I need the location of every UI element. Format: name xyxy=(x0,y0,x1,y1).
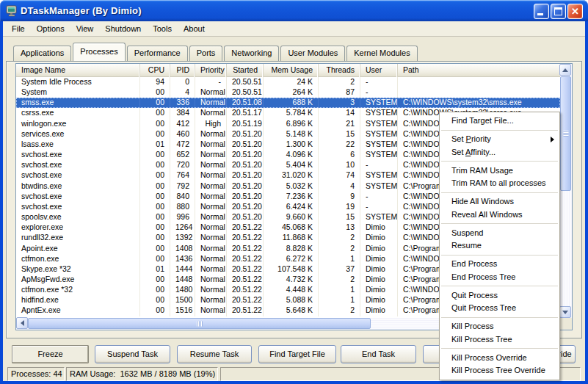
minimize-button[interactable] xyxy=(534,4,549,19)
cell-pid: 1516 xyxy=(170,305,195,316)
cell-priority: Normal xyxy=(195,222,227,233)
menu-item-hide-all-windows[interactable]: Hide All Windows xyxy=(440,195,559,209)
scroll-up-button[interactable] xyxy=(559,64,571,76)
cell-mem-usage: 5.088 K xyxy=(264,295,319,305)
column-header-threads[interactable]: Threads xyxy=(319,64,360,77)
cell-started: 20.51.22 xyxy=(227,222,264,233)
find-target-file-button[interactable]: Find Target File xyxy=(258,345,336,363)
cell-threads: 4 xyxy=(319,181,360,192)
cell-path xyxy=(398,87,560,98)
cell-cpu: 00 xyxy=(140,212,170,222)
tab-user-modules[interactable]: User Modules xyxy=(280,46,345,61)
cell-mem-usage: 4.448 K xyxy=(264,285,319,295)
freeze-button[interactable]: Freeze xyxy=(12,345,89,363)
column-header-priority[interactable]: Priority xyxy=(195,64,227,77)
menu-separator xyxy=(441,348,558,349)
menu-item-quit-process-tree[interactable]: Quit Process Tree xyxy=(440,302,559,315)
cell-started: 20.51.22 xyxy=(227,285,264,295)
cell-user: Dimio xyxy=(360,222,398,233)
cell-threads: 22 xyxy=(319,140,360,150)
cell-image-name: ctfmon.exe *32 xyxy=(16,285,140,295)
menu-item-trim-ram-to-all-processes[interactable]: Trim RAM to all processes xyxy=(440,177,559,190)
minimize-icon xyxy=(537,13,543,15)
column-header-user[interactable]: User xyxy=(360,64,398,77)
tab-applications[interactable]: Applications xyxy=(13,46,71,61)
tab-processes[interactable]: Processes xyxy=(73,43,125,61)
menu-item-end-process[interactable]: End Process xyxy=(440,258,559,271)
cell-threads: 1 xyxy=(319,285,360,295)
cell-pid: 1500 xyxy=(170,295,195,305)
menu-item-kill-process-tree-override[interactable]: Kill Process Tree Override xyxy=(440,364,559,377)
menu-item-reveal-all-windows[interactable]: Reveal All Windows xyxy=(440,209,559,222)
menubar-item-view[interactable]: View xyxy=(70,23,100,35)
table-row-smss-exe[interactable]: smss.exe00336Normal20.51.08688 K3SYSTEMC… xyxy=(16,98,560,108)
menu-item-set-affinity[interactable]: Set Affinity... xyxy=(440,146,559,159)
cell-cpu: 00 xyxy=(140,150,170,160)
vertical-scrollbar[interactable] xyxy=(560,64,572,318)
horizontal-scroll-thumb[interactable] xyxy=(28,318,371,329)
cell-started: 20.51.20 xyxy=(227,181,264,192)
cell-priority: High xyxy=(195,119,227,129)
menubar-item-file[interactable]: File xyxy=(6,23,31,35)
scroll-left-button[interactable] xyxy=(16,317,28,329)
table-row-system-idle-process[interactable]: System Idle Process940-20.50.5124 K2- xyxy=(16,77,560,87)
tab-performance[interactable]: Performance xyxy=(127,46,188,61)
menu-item-trim-ram-usage[interactable]: Trim RAM Usage xyxy=(440,164,559,178)
cell-threads: 9 xyxy=(319,192,360,202)
cell-pid: 840 xyxy=(170,192,195,202)
column-header-cpu[interactable]: CPU xyxy=(140,64,170,77)
menu-item-suspend[interactable]: Suspend xyxy=(440,227,559,240)
cell-pid: 384 xyxy=(170,108,195,118)
cell-pid: 1264 xyxy=(170,222,195,233)
cell-pid: 472 xyxy=(170,140,195,150)
menu-item-resume[interactable]: Resume xyxy=(440,239,559,253)
menubar-item-options[interactable]: Options xyxy=(31,23,70,35)
tab-ports[interactable]: Ports xyxy=(189,46,223,61)
cell-cpu: 00 xyxy=(140,108,170,118)
cell-priority: Normal xyxy=(195,129,227,140)
menu-item-kill-process-override[interactable]: Kill Process Override xyxy=(440,352,559,365)
cell-priority: - xyxy=(195,77,227,87)
tab-strip: ApplicationsProcessesPerformancePortsNet… xyxy=(6,41,418,61)
cell-threads: 1 xyxy=(319,295,360,305)
suspend-task-button[interactable]: Suspend Task xyxy=(95,345,170,363)
cell-mem-usage: 264 K xyxy=(264,87,319,98)
resume-task-button[interactable]: Resume Task xyxy=(177,345,252,363)
menu-item-end-process-tree[interactable]: End Process Tree xyxy=(440,271,559,284)
scroll-down-button[interactable] xyxy=(559,306,571,318)
menu-item-kill-process[interactable]: Kill Process xyxy=(440,320,559,333)
tab-networking[interactable]: Networking xyxy=(224,46,279,61)
menubar-item-tools[interactable]: Tools xyxy=(147,23,178,35)
table-row-system[interactable]: System004Normal20.50.51264 K87- xyxy=(16,87,560,98)
scrollbar-corner xyxy=(560,318,572,330)
cell-threads: 21 xyxy=(319,119,360,129)
cell-user: Dimio xyxy=(360,275,398,285)
menubar-item-shutdown[interactable]: Shutdown xyxy=(99,23,147,35)
menu-item-find-target-file[interactable]: Find Target File... xyxy=(440,115,559,128)
column-header-started[interactable]: Started xyxy=(227,64,264,77)
tab-kernel-modules[interactable]: Kernel Modules xyxy=(346,46,417,61)
menu-item-quit-process[interactable]: Quit Process xyxy=(440,289,559,303)
title-bar[interactable]: DTaskManager (By Dimio) ✕ xyxy=(0,0,588,21)
column-header-mem-usage[interactable]: Mem Usage xyxy=(264,64,319,77)
menubar-item-about[interactable]: About xyxy=(178,23,211,35)
cell-threads: 14 xyxy=(319,108,360,118)
column-header-image-name[interactable]: Image Name xyxy=(16,64,140,77)
cell-mem-usage: 24 K xyxy=(264,77,319,87)
cell-cpu: 00 xyxy=(140,192,170,202)
maximize-button[interactable] xyxy=(551,4,566,19)
cell-priority: Normal xyxy=(195,140,227,150)
cell-user: Dimio xyxy=(360,285,398,295)
column-header-path[interactable]: Path xyxy=(398,64,573,77)
end-task-button[interactable]: End Task xyxy=(341,345,416,363)
cell-threads: 2 xyxy=(319,233,360,243)
cell-priority: Normal xyxy=(195,87,227,98)
column-header-pid[interactable]: PID xyxy=(170,64,195,77)
close-button[interactable]: ✕ xyxy=(567,4,583,19)
menu-item-kill-process-tree[interactable]: Kill Process Tree xyxy=(440,333,559,347)
cell-mem-usage: 4.096 K xyxy=(264,150,319,160)
menu-separator xyxy=(441,161,558,162)
vertical-scroll-thumb[interactable] xyxy=(560,76,571,191)
cell-started: 20.51.19 xyxy=(227,119,264,129)
menu-item-set-priority[interactable]: Set Priority xyxy=(440,133,559,146)
